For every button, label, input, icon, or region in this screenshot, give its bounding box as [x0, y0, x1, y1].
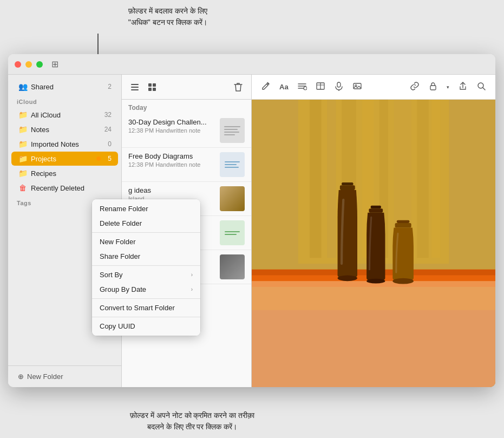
svg-point-36	[366, 279, 385, 284]
list-view-button[interactable]	[128, 81, 141, 94]
ctx-separator-1	[92, 232, 200, 233]
svg-rect-6	[153, 88, 156, 91]
share-button[interactable]	[455, 79, 470, 95]
font-button[interactable]: Aa	[277, 81, 291, 93]
link-button[interactable]	[407, 79, 422, 95]
trash-icon: 🗑	[18, 183, 28, 193]
sidebar-item-label: Recently Deleted	[31, 184, 112, 192]
ctx-delete-folder[interactable]: Delete Folder	[92, 216, 200, 231]
minimize-button[interactable]	[25, 61, 32, 68]
note-detail: Aa	[252, 75, 495, 387]
note-item[interactable]: Free Body Diagrams 12:38 PM Handwritten …	[122, 148, 251, 182]
sidebar-item-label: Imported Notes	[31, 140, 103, 148]
note-item-thumbnail	[220, 152, 245, 177]
svg-rect-11	[337, 82, 341, 87]
sidebar-item-count: 32	[103, 111, 112, 119]
sidebar-item-count: 5	[103, 155, 112, 162]
date-header: Today	[122, 100, 251, 114]
note-item[interactable]: 30-Day Design Challen... 12:38 PM Handwr…	[122, 114, 251, 148]
sidebar-item-count: 24	[103, 126, 112, 133]
note-item-meta: 12:38 PM Handwritten note	[128, 161, 215, 168]
svg-rect-35	[369, 208, 383, 213]
sidebar-item-projects[interactable]: 📁 Projects 5	[11, 152, 118, 166]
ctx-separator-3	[92, 298, 200, 299]
ctx-copy-uuid[interactable]: Copy UUID	[92, 319, 200, 334]
lock-button[interactable]	[426, 79, 441, 95]
sidebar-item-label: Projects	[31, 155, 96, 163]
sidebar-item-count: 0	[103, 140, 112, 148]
svg-rect-5	[148, 88, 152, 91]
ctx-separator-2	[92, 265, 200, 266]
folder-icon: 📁	[18, 139, 28, 149]
ctx-item-label: Group By Date	[100, 285, 146, 293]
checklist-button[interactable]	[294, 79, 310, 95]
ctx-share-folder[interactable]: Share Folder	[92, 249, 200, 264]
app-body: 👥 Shared 2 iCloud 📁 All iCloud 32 📁 Note…	[8, 75, 495, 387]
ctx-rename-folder[interactable]: Rename Folder	[92, 201, 200, 216]
new-folder-label: New Folder	[27, 372, 63, 381]
shared-icon: 👥	[18, 82, 28, 91]
svg-point-33	[338, 275, 357, 281]
svg-rect-21	[327, 100, 336, 258]
sidebar-item-shared[interactable]: 👥 Shared 2	[11, 80, 118, 94]
ctx-new-folder[interactable]: New Folder	[92, 234, 200, 249]
note-item-thumbnail	[220, 186, 245, 211]
search-button[interactable]	[474, 79, 489, 95]
svg-rect-1	[131, 87, 139, 88]
app-window: ⊞ 👥 Shared 2 iCloud 📁 All iCloud 32 📁	[8, 54, 495, 387]
sidebar-item-imported-notes[interactable]: 📁 Imported Notes 0	[11, 137, 118, 151]
compose-button[interactable]	[258, 79, 273, 95]
ctx-item-label: Copy UUID	[100, 322, 135, 330]
folder-icon: 📁	[18, 168, 28, 178]
new-folder-button[interactable]: ⊕ New Folder	[15, 370, 115, 383]
delete-button[interactable]	[232, 80, 245, 94]
folder-icon: 📁	[18, 125, 28, 134]
ctx-item-label: Delete Folder	[100, 219, 142, 227]
svg-rect-37	[397, 220, 410, 223]
sidebar-item-all-icloud[interactable]: 📁 All iCloud 32	[11, 108, 118, 122]
sidebar-item-label: All iCloud	[31, 111, 103, 119]
close-button[interactable]	[15, 61, 21, 68]
note-item-thumbnail	[220, 220, 245, 245]
ctx-separator-4	[92, 317, 200, 317]
active-dot	[96, 156, 101, 161]
audio-button[interactable]	[331, 79, 346, 95]
maximize-button[interactable]	[36, 61, 43, 68]
icloud-section-label: iCloud	[8, 94, 121, 107]
svg-point-39	[392, 278, 414, 284]
note-item-title: g ideas	[128, 186, 215, 194]
ctx-group-by-date[interactable]: Group By Date ›	[92, 282, 200, 297]
svg-rect-31	[342, 182, 353, 185]
svg-rect-26	[417, 100, 428, 258]
note-item-meta: 12:38 PM Handwritten note	[128, 127, 215, 134]
table-button[interactable]	[313, 79, 328, 95]
svg-rect-0	[131, 84, 139, 85]
svg-rect-38	[395, 223, 411, 228]
sidebar-toggle-icon[interactable]: ⊞	[51, 59, 58, 69]
ctx-item-label: Convert to Smart Folder	[100, 304, 175, 312]
svg-rect-34	[371, 206, 381, 208]
title-bar: ⊞	[8, 54, 495, 75]
media-button[interactable]	[350, 79, 365, 95]
sidebar-item-notes[interactable]: 📁 Notes 24	[11, 122, 118, 136]
svg-rect-15	[430, 86, 436, 90]
sidebar-item-recently-deleted[interactable]: 🗑 Recently Deleted	[11, 181, 118, 195]
sidebar-item-count: 2	[103, 83, 112, 90]
sidebar-item-recipes[interactable]: 📁 Recipes	[11, 166, 118, 180]
detail-toolbar: Aa	[252, 75, 495, 100]
svg-rect-4	[153, 83, 156, 87]
note-item-title: Free Body Diagrams	[128, 152, 215, 160]
sidebar-item-label: Recipes	[31, 169, 112, 178]
note-item-text: Free Body Diagrams 12:38 PM Handwritten …	[128, 152, 215, 168]
svg-rect-40	[252, 310, 495, 387]
ctx-convert-smart-folder[interactable]: Convert to Smart Folder	[92, 300, 200, 315]
grid-view-button[interactable]	[146, 81, 159, 94]
annotation-bottom: फ़ोल्डर में अपने नोट को क्रमित करने का त…	[130, 410, 254, 433]
sidebar-item-label: Shared	[31, 83, 103, 91]
sidebar: 👥 Shared 2 iCloud 📁 All iCloud 32 📁 Note…	[8, 75, 122, 387]
ctx-sort-by[interactable]: Sort By ›	[92, 267, 200, 282]
svg-rect-2	[131, 89, 139, 90]
lock-dropdown-button[interactable]: ▾	[444, 82, 452, 92]
chevron-right-icon: ›	[191, 272, 193, 278]
ctx-item-label: Rename Folder	[100, 205, 148, 213]
